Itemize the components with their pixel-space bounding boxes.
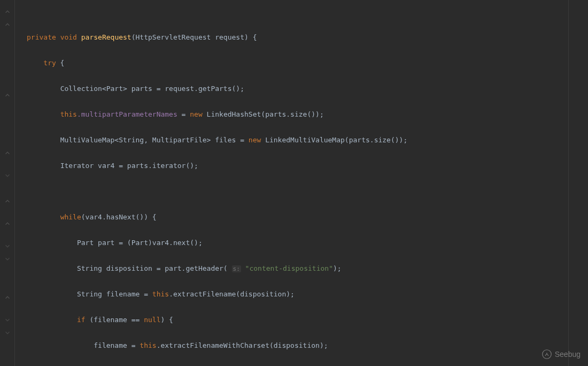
fold-icon[interactable] <box>4 149 11 157</box>
field: .multipartParameterNames <box>77 110 177 118</box>
fold-close-icon[interactable] <box>4 242 11 250</box>
keyword: new <box>249 136 261 144</box>
code-text: String disposition = part.getHeader( <box>77 264 232 272</box>
code-text: LinkedHashSet(parts.size()); <box>203 110 324 118</box>
fold-close-icon[interactable] <box>4 172 11 179</box>
code-text: LinkedMultiValueMap(parts.size()); <box>261 136 407 144</box>
code-text: Collection<Part> parts = request.getPart… <box>60 85 244 93</box>
keyword: new <box>190 110 202 118</box>
keyword: if <box>77 316 86 324</box>
keyword: this <box>140 341 156 349</box>
watermark: Seebug <box>542 348 581 361</box>
code-text: ); <box>333 264 342 272</box>
code-text: Part part = (Part)var4.next(); <box>77 239 203 247</box>
keyword: void <box>60 33 77 41</box>
fold-icon[interactable] <box>4 294 11 301</box>
seebug-icon <box>542 349 552 359</box>
fold-icon[interactable] <box>4 21 11 28</box>
keyword: null <box>144 316 160 324</box>
keyword: try <box>43 59 56 67</box>
watermark-label: Seebug <box>555 348 581 361</box>
fold-close-icon[interactable] <box>4 316 11 324</box>
keyword: while <box>60 213 81 221</box>
code-text: { <box>56 59 65 67</box>
keyword: private <box>27 33 56 41</box>
editor-gutter <box>0 0 15 366</box>
code-text: (HttpServletRequest request) { <box>131 33 257 41</box>
code-text: MultiValueMap<String, MultipartFile> fil… <box>60 136 249 144</box>
param-hint: s: <box>232 265 241 272</box>
string-literal: "content-disposition" <box>245 264 333 272</box>
keyword: this <box>152 290 169 298</box>
margin-line <box>568 0 569 366</box>
code-text: Iterator var4 = parts.iterator(); <box>60 162 198 170</box>
fold-icon[interactable] <box>4 8 11 16</box>
keyword: this <box>60 110 77 118</box>
code-text: = <box>177 110 190 118</box>
code-text: .extractFilenameWithCharset(disposition)… <box>157 341 328 349</box>
fold-icon[interactable] <box>4 197 11 205</box>
code-text: filename = <box>94 341 140 349</box>
code-content[interactable]: private void parseRequest(HttpServletReq… <box>15 0 588 366</box>
fold-icon[interactable] <box>4 92 11 99</box>
fold-close-icon[interactable] <box>4 255 11 263</box>
method-name: parseRequest <box>81 33 131 41</box>
fold-close-icon[interactable] <box>4 329 11 337</box>
code-text: (var4.hasNext()) { <box>81 213 157 221</box>
code-text: ) { <box>160 316 173 324</box>
code-text: String filename = <box>77 290 152 298</box>
fold-icon[interactable] <box>4 220 11 227</box>
code-editor: private void parseRequest(HttpServletReq… <box>0 0 588 366</box>
code-text: (filename == <box>86 316 144 324</box>
svg-point-1 <box>546 353 547 354</box>
code-text: .extractFilename(disposition); <box>169 290 295 298</box>
